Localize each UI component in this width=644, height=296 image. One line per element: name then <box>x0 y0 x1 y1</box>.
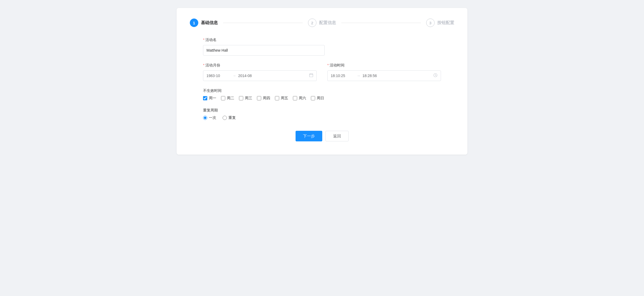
step-connector-2 <box>341 23 421 23</box>
checkbox-wed[interactable]: 周三 <box>239 96 252 101</box>
time-start-input[interactable] <box>331 74 355 78</box>
checkbox-sun-input[interactable] <box>311 96 315 100</box>
radio-once[interactable]: 一次 <box>203 115 216 120</box>
activity-month-label: *活动月份 <box>203 63 317 68</box>
checkbox-mon[interactable]: 周一 <box>203 96 216 101</box>
checkbox-sun[interactable]: 周日 <box>311 96 324 101</box>
radio-once-label: 一次 <box>209 115 216 120</box>
checkbox-thu-input[interactable] <box>257 96 261 100</box>
step-2-number: 2 <box>308 19 316 27</box>
steps-header: 1 基础信息 2 配置信息 3 按钮配置 <box>190 19 454 27</box>
checkbox-wed-label: 周三 <box>245 96 252 101</box>
checkbox-sat[interactable]: 周六 <box>293 96 306 101</box>
date-range-picker[interactable]: → <box>203 70 317 81</box>
svg-rect-0 <box>310 74 313 77</box>
activity-name-input[interactable] <box>203 45 325 56</box>
checkbox-fri-label: 周五 <box>281 96 288 101</box>
checkbox-sat-input[interactable] <box>293 96 297 100</box>
activity-month-group: *活动月份 → <box>203 63 317 81</box>
checkbox-fri[interactable]: 周五 <box>275 96 288 101</box>
step-1-label: 基础信息 <box>201 20 218 26</box>
step-connector-1 <box>223 23 303 23</box>
checkbox-tue[interactable]: 周二 <box>221 96 234 101</box>
checkbox-mon-input[interactable] <box>203 96 207 100</box>
clock-icon[interactable] <box>433 73 438 78</box>
checkbox-thu[interactable]: 周四 <box>257 96 270 101</box>
checkbox-wed-input[interactable] <box>239 96 243 100</box>
checkbox-sun-label: 周日 <box>317 96 324 101</box>
radio-repeat[interactable]: 重复 <box>223 115 236 120</box>
checkbox-fri-input[interactable] <box>275 96 279 100</box>
radio-repeat-label: 重复 <box>228 115 236 120</box>
checkbox-sat-label: 周六 <box>299 96 306 101</box>
step-1: 1 基础信息 <box>190 19 218 27</box>
date-start-input[interactable] <box>206 74 230 78</box>
activity-name-group: *活动名 <box>203 38 441 56</box>
step-1-number: 1 <box>190 19 198 27</box>
checkbox-tue-label: 周二 <box>227 96 234 101</box>
svg-line-6 <box>435 75 436 76</box>
next-button[interactable]: 下一步 <box>296 131 322 141</box>
repeat-period-label: 重复周期 <box>203 108 441 113</box>
date-time-row: *活动月份 → <box>203 63 441 81</box>
inactive-time-label: 不生效时间 <box>203 88 441 93</box>
required-star: * <box>203 38 204 42</box>
checkbox-thu-label: 周四 <box>263 96 270 101</box>
checkbox-mon-label: 周一 <box>209 96 216 101</box>
main-card: 1 基础信息 2 配置信息 3 按钮配置 *活动名 <box>177 8 467 155</box>
time-arrow-icon: → <box>357 74 360 78</box>
form-section: *活动名 *活动月份 → <box>203 38 441 141</box>
radio-once-input[interactable] <box>203 116 207 120</box>
step-2: 2 配置信息 <box>308 19 336 27</box>
step-3: 3 按钮配置 <box>426 19 454 27</box>
required-star-month: * <box>203 63 204 67</box>
required-star-time: * <box>327 63 329 67</box>
checkbox-tue-input[interactable] <box>221 96 225 100</box>
inactive-time-group: 不生效时间 周一 周二 周三 <box>203 88 441 101</box>
time-range-picker[interactable]: → <box>327 70 441 81</box>
activity-name-label: *活动名 <box>203 38 441 42</box>
step-3-number: 3 <box>426 19 435 27</box>
activity-time-label: *活动时间 <box>327 63 441 68</box>
radio-repeat-input[interactable] <box>223 116 227 120</box>
time-end-input[interactable] <box>362 74 386 78</box>
date-end-input[interactable] <box>238 74 262 78</box>
step-3-label: 按钮配置 <box>437 20 454 26</box>
repeat-radio-row: 一次 重复 <box>203 115 441 120</box>
step-2-label: 配置信息 <box>319 20 336 26</box>
page-container: 1 基础信息 2 配置信息 3 按钮配置 *活动名 <box>0 0 644 296</box>
calendar-icon[interactable] <box>309 73 313 78</box>
repeat-period-group: 重复周期 一次 重复 <box>203 108 441 120</box>
days-checkbox-row: 周一 周二 周三 周四 <box>203 96 441 101</box>
back-button[interactable]: 返回 <box>325 131 349 141</box>
activity-time-group: *活动时间 → <box>327 63 441 81</box>
date-arrow-icon: → <box>232 74 236 78</box>
button-row: 下一步 返回 <box>203 131 441 141</box>
